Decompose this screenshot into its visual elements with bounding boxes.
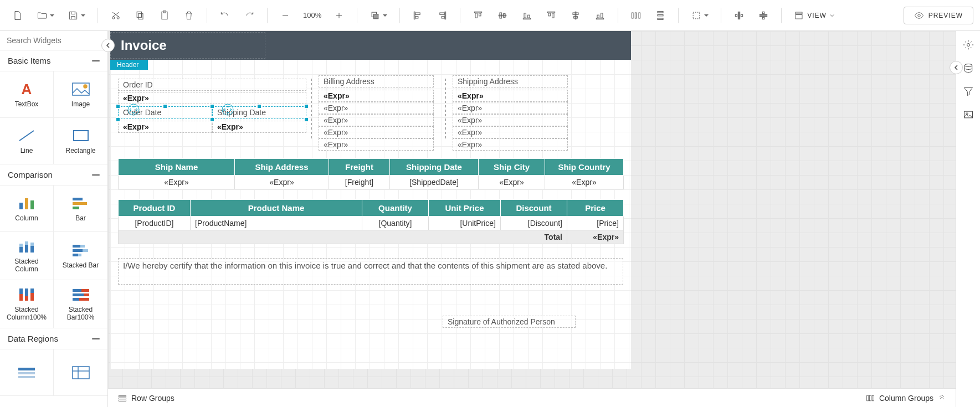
- shipping-date-value-field[interactable]: «Expr»: [212, 121, 306, 133]
- selection-handle[interactable]: [304, 117, 309, 122]
- order-button[interactable]: [364, 4, 393, 27]
- product-table[interactable]: Product ID Product Name Quantity Unit Pr…: [118, 199, 624, 244]
- shipping-expr-4[interactable]: «Expr»: [453, 138, 568, 151]
- expand-groups-button[interactable]: [938, 393, 946, 403]
- widget-stacked-bar[interactable]: Stacked Bar: [54, 232, 107, 280]
- distribute-h-button[interactable]: [625, 4, 647, 27]
- collapse-right-panel-button[interactable]: [950, 61, 963, 74]
- cut-button[interactable]: [105, 4, 127, 27]
- widget-stacked-column-100[interactable]: Stacked Column100%: [0, 280, 54, 328]
- collapse-left-panel-button[interactable]: [101, 39, 115, 52]
- snap-h-button[interactable]: [728, 4, 750, 27]
- ship-table-cell[interactable]: [ShippedDate]: [390, 176, 479, 189]
- shipping-expr-1[interactable]: «Expr»: [453, 102, 568, 114]
- canvas-scroll[interactable]: Invoice Header Order ID «Expr» Order Dat…: [108, 31, 956, 388]
- size-button[interactable]: [685, 4, 714, 27]
- ship-table-cell[interactable]: [Freight]: [329, 176, 390, 189]
- product-table-header[interactable]: Unit Price: [429, 200, 501, 217]
- product-table-cell[interactable]: [Price]: [567, 217, 624, 230]
- total-value-cell[interactable]: «Expr»: [567, 230, 624, 244]
- align-left-edge-button[interactable]: [407, 4, 429, 27]
- header-section-tag[interactable]: Header: [110, 60, 148, 70]
- ship-table-header[interactable]: Shipping Date: [390, 159, 479, 176]
- zoom-out-button[interactable]: [274, 4, 296, 27]
- ship-table-cell[interactable]: «Expr»: [545, 176, 624, 189]
- selection-handle[interactable]: [116, 117, 120, 122]
- view-dropdown[interactable]: VIEW: [788, 11, 840, 20]
- product-table-cell[interactable]: [ProductName]: [191, 217, 362, 230]
- section-basic-items[interactable]: Basic Items: [0, 50, 107, 71]
- product-table-header[interactable]: Discount: [501, 200, 567, 217]
- section-data-regions[interactable]: Data Regions: [0, 328, 107, 349]
- product-table-cell[interactable]: [Discount]: [501, 217, 567, 230]
- move-handle-icon[interactable]: [221, 103, 234, 116]
- selection-handle[interactable]: [210, 104, 214, 109]
- widget-column[interactable]: Column: [0, 186, 54, 232]
- distribute-v-button[interactable]: [649, 4, 671, 27]
- ship-table-header[interactable]: Ship City: [479, 159, 545, 176]
- total-label-cell[interactable]: Total: [119, 230, 567, 244]
- image-settings-button[interactable]: [959, 105, 978, 124]
- billing-address-label[interactable]: Billing Address: [319, 75, 434, 87]
- filter-button[interactable]: [959, 82, 978, 101]
- selection-handle[interactable]: [163, 104, 167, 109]
- billing-expr-3[interactable]: «Expr»: [319, 126, 434, 138]
- preview-button[interactable]: PREVIEW: [904, 7, 973, 24]
- widget-line[interactable]: Line: [0, 118, 54, 164]
- ship-table-header[interactable]: Ship Address: [235, 159, 329, 176]
- report-surface[interactable]: Invoice Header Order ID «Expr» Order Dat…: [110, 31, 631, 369]
- selection-handle[interactable]: [210, 117, 214, 122]
- product-table-cell[interactable]: [UnitPrice]: [429, 217, 501, 230]
- redo-button[interactable]: [238, 4, 260, 27]
- product-table-header[interactable]: Product Name: [191, 200, 362, 217]
- snap-v-button[interactable]: [752, 4, 774, 27]
- ship-table[interactable]: Ship Name Ship Address Freight Shipping …: [118, 158, 624, 189]
- signature-field[interactable]: Signature of Authorized Person: [443, 316, 576, 328]
- widget-stacked-bar-100[interactable]: Stacked Bar100%: [54, 280, 107, 328]
- billing-expr-2[interactable]: «Expr»: [319, 114, 434, 126]
- shipping-address-label[interactable]: Shipping Address: [453, 75, 568, 87]
- ship-table-header[interactable]: Freight: [329, 159, 390, 176]
- widget-region-2[interactable]: [54, 349, 107, 396]
- ship-table-cell[interactable]: «Expr»: [235, 176, 329, 189]
- section-comparison[interactable]: Comparison: [0, 164, 107, 186]
- paste-button[interactable]: [153, 4, 176, 27]
- align-middle-button[interactable]: [565, 4, 587, 27]
- ship-table-cell[interactable]: «Expr»: [479, 176, 545, 189]
- ship-table-header[interactable]: Ship Country: [545, 159, 624, 176]
- align-bottom-button[interactable]: [516, 4, 538, 27]
- align-center-h-button[interactable]: [491, 4, 514, 27]
- report-title[interactable]: Invoice: [110, 32, 265, 59]
- row-groups-label[interactable]: Row Groups: [131, 394, 175, 403]
- widget-image[interactable]: Image: [54, 71, 107, 118]
- shipping-expr-0[interactable]: «Expr»: [453, 90, 568, 102]
- settings-button[interactable]: [959, 35, 978, 54]
- order-id-label-field[interactable]: Order ID: [118, 79, 306, 91]
- search-input[interactable]: [7, 36, 104, 45]
- widget-bar[interactable]: Bar: [54, 186, 107, 232]
- delete-button[interactable]: [178, 4, 200, 27]
- align-top-edge-button[interactable]: [540, 4, 562, 27]
- order-id-value-field[interactable]: «Expr»: [118, 92, 306, 104]
- zoom-in-button[interactable]: [328, 4, 350, 27]
- copy-button[interactable]: [129, 4, 151, 27]
- column-groups-label[interactable]: Column Groups: [879, 394, 933, 403]
- product-table-header[interactable]: Quantity: [362, 200, 429, 217]
- align-right-edge-button[interactable]: [431, 4, 453, 27]
- billing-expr-1[interactable]: «Expr»: [319, 102, 434, 114]
- save-button[interactable]: [62, 4, 91, 27]
- product-table-cell[interactable]: [ProductID]: [119, 217, 191, 230]
- widget-textbox[interactable]: A TextBox: [0, 71, 54, 118]
- selection-handle[interactable]: [257, 104, 261, 109]
- widget-stacked-column[interactable]: Stacked Column: [0, 232, 54, 280]
- selection-handle[interactable]: [116, 104, 120, 109]
- move-handle-icon[interactable]: [127, 103, 140, 116]
- shipping-expr-2[interactable]: «Expr»: [453, 114, 568, 126]
- product-table-cell[interactable]: [Quantity]: [362, 217, 429, 230]
- open-button[interactable]: [31, 4, 60, 27]
- product-table-header[interactable]: Price: [567, 200, 624, 217]
- order-date-value-field[interactable]: «Expr»: [118, 121, 212, 133]
- new-button[interactable]: [7, 4, 29, 27]
- align-bottom-edge-button[interactable]: [589, 4, 611, 27]
- ship-table-header[interactable]: Ship Name: [119, 159, 235, 176]
